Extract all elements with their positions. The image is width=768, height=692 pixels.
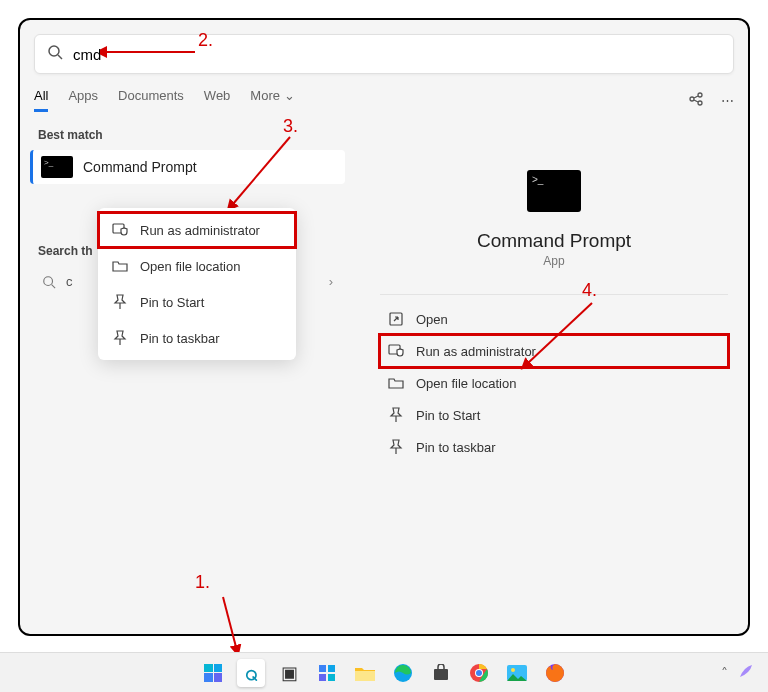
menu-pin-to-start[interactable]: Pin to Start	[98, 284, 296, 320]
menu-item-label: Open file location	[140, 259, 240, 274]
result-command-prompt[interactable]: Command Prompt	[30, 150, 345, 184]
taskbar-photos-icon[interactable]	[503, 659, 531, 687]
chevron-right-icon: ›	[329, 274, 333, 289]
shield-app-icon	[388, 343, 404, 359]
search-icon	[42, 275, 56, 289]
web-query-text: c	[66, 274, 73, 289]
action-pin-to-taskbar[interactable]: Pin to taskbar	[380, 431, 728, 463]
tab-documents[interactable]: Documents	[118, 88, 184, 112]
svg-line-6	[694, 100, 698, 102]
result-title: Command Prompt	[83, 159, 197, 175]
taskbar-edge-icon[interactable]	[389, 659, 417, 687]
svg-line-5	[694, 96, 698, 98]
taskbar-start-icon[interactable]	[199, 659, 227, 687]
taskbar-widgets-icon[interactable]	[313, 659, 341, 687]
details-title: Command Prompt	[374, 230, 734, 252]
pin-icon	[388, 407, 404, 423]
tab-all[interactable]: All	[34, 88, 48, 112]
pin-icon	[112, 294, 128, 310]
more-options-icon[interactable]: ⋯	[721, 93, 734, 108]
pin-icon	[388, 439, 404, 455]
divider	[380, 294, 728, 295]
menu-pin-to-taskbar[interactable]: Pin to taskbar	[98, 320, 296, 356]
svg-point-4	[698, 101, 702, 105]
taskbar-explorer-icon[interactable]	[351, 659, 379, 687]
svg-rect-26	[434, 669, 448, 680]
action-label: Open	[416, 312, 448, 327]
action-label: Pin to Start	[416, 408, 480, 423]
taskbar-search-icon[interactable]: ⌕	[237, 659, 265, 687]
menu-run-as-admin[interactable]: Run as administrator	[98, 212, 296, 248]
shield-app-icon	[112, 222, 128, 238]
start-search-window: All Apps Documents Web More ⋯ Best match…	[18, 18, 750, 636]
share-icon[interactable]	[687, 90, 705, 111]
folder-icon	[388, 375, 404, 391]
details-pane: Command Prompt App Open Run as administr…	[374, 160, 734, 463]
taskbar-chrome-icon[interactable]	[465, 659, 493, 687]
action-label: Pin to taskbar	[416, 440, 496, 455]
tab-web[interactable]: Web	[204, 88, 231, 112]
context-menu: Run as administrator Open file location …	[98, 208, 296, 360]
menu-item-label: Pin to Start	[140, 295, 204, 310]
details-subtitle: App	[374, 254, 734, 268]
action-label: Open file location	[416, 376, 516, 391]
svg-point-7	[44, 276, 53, 285]
action-run-as-admin[interactable]: Run as administrator	[380, 335, 728, 367]
taskbar: ⌕ ▣ ˄	[0, 652, 768, 692]
svg-point-31	[511, 668, 515, 672]
action-pin-to-start[interactable]: Pin to Start	[380, 399, 728, 431]
open-icon	[388, 311, 404, 327]
svg-point-3	[698, 93, 702, 97]
folder-icon	[112, 258, 128, 274]
best-match-label: Best match	[38, 128, 337, 142]
svg-rect-23	[328, 674, 335, 681]
taskbar-pen-icon[interactable]	[738, 663, 754, 682]
taskbar-store-icon[interactable]	[427, 659, 455, 687]
action-label: Run as administrator	[416, 344, 536, 359]
action-open-file-location[interactable]: Open file location	[380, 367, 728, 399]
svg-rect-22	[319, 674, 326, 681]
search-bar[interactable]	[34, 34, 734, 74]
menu-item-label: Run as administrator	[140, 223, 260, 238]
command-prompt-icon	[41, 156, 73, 178]
svg-line-8	[52, 284, 56, 288]
pin-icon	[112, 330, 128, 346]
tab-more[interactable]: More	[250, 88, 294, 112]
taskbar-chevron-up-icon[interactable]: ˄	[721, 665, 728, 681]
taskbar-firefox-icon[interactable]	[541, 659, 569, 687]
svg-rect-20	[319, 665, 326, 672]
search-icon	[47, 44, 63, 64]
app-large-icon	[527, 170, 581, 212]
taskbar-taskview-icon[interactable]: ▣	[275, 659, 303, 687]
svg-point-0	[49, 46, 59, 56]
svg-line-1	[58, 55, 62, 59]
svg-point-29	[476, 670, 482, 676]
menu-open-file-location[interactable]: Open file location	[98, 248, 296, 284]
tab-apps[interactable]: Apps	[68, 88, 98, 112]
svg-rect-24	[355, 671, 375, 681]
svg-rect-21	[328, 665, 335, 672]
tabs-row: All Apps Documents Web More ⋯	[20, 82, 748, 112]
svg-point-2	[690, 97, 694, 101]
menu-item-label: Pin to taskbar	[140, 331, 220, 346]
action-open[interactable]: Open	[380, 303, 728, 335]
search-input[interactable]	[73, 46, 721, 63]
